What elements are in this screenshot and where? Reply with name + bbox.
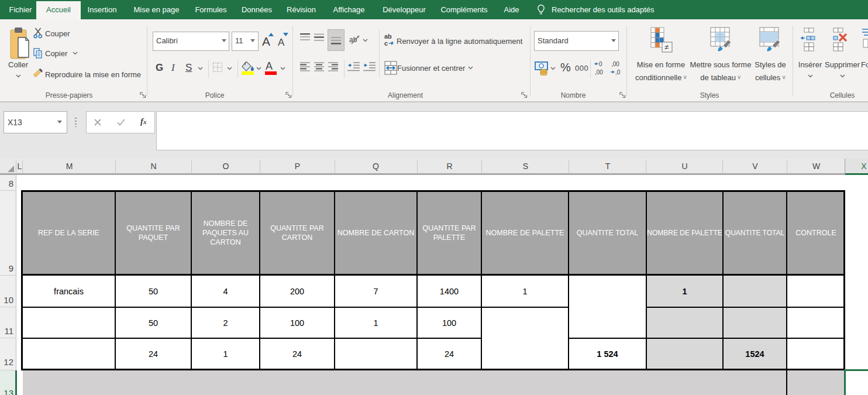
svg-text:,0: ,0 [615, 69, 621, 75]
svg-text:,00: ,00 [595, 69, 603, 75]
svg-text:,00: ,00 [611, 61, 619, 67]
svg-text:≠: ≠ [664, 43, 669, 51]
svg-text:c: c [384, 40, 388, 47]
svg-text:ab: ab [384, 33, 392, 40]
svg-text:0: 0 [599, 61, 602, 67]
